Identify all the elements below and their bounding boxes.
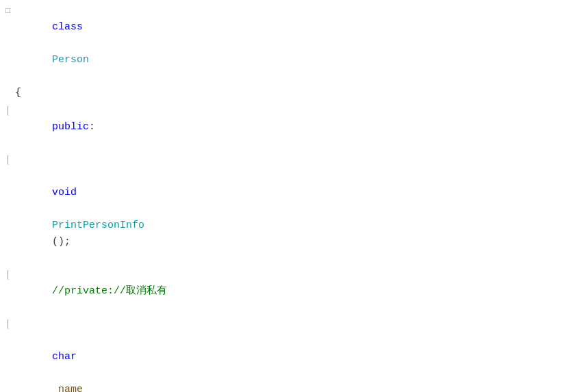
code-line-2: { [0, 85, 581, 103]
code-line-6: │ char _name [20]; [0, 316, 581, 392]
code-line-4: │ void PrintPersonInfo (); [0, 152, 581, 267]
line-marker-3: │ [5, 105, 14, 118]
comment-private: //private://取消私有 [52, 285, 167, 297]
class-person: Person [52, 54, 89, 66]
space [52, 38, 58, 49]
keyword-public: public [52, 121, 89, 133]
line-marker-2 [5, 87, 14, 100]
code-content-1: class Person [15, 3, 576, 85]
keyword-class: class [52, 21, 83, 33]
var-name: _name [52, 384, 83, 392]
code-line-5: │ //private://取消私有 [0, 267, 581, 316]
code-line-1: □ class Person [0, 3, 581, 85]
line-marker-4: │ [5, 154, 14, 167]
keyword-void-1: void [52, 187, 77, 198]
code-editor: □ class Person { │ public: │ void PrintP… [0, 0, 581, 392]
func-printpersoninfo: PrintPersonInfo [52, 220, 144, 231]
code-line-3: │ public: [0, 103, 581, 152]
line-marker-6: │ [5, 318, 14, 331]
keyword-char-1: char [52, 351, 77, 363]
brace-open: { [15, 87, 21, 99]
line-marker-1: □ [5, 5, 14, 18]
line-marker-5: │ [5, 269, 14, 282]
